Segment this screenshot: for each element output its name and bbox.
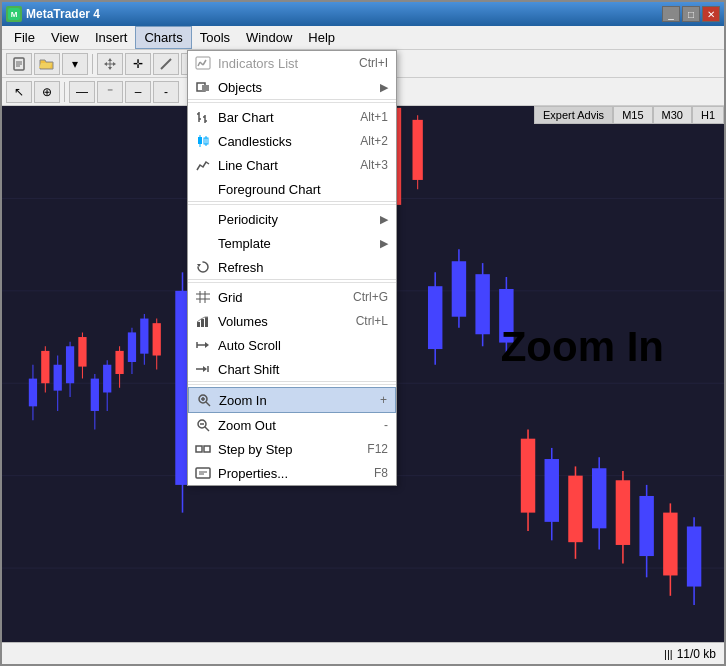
menu-bar: File View Insert Charts Tools Window Hel… xyxy=(2,26,724,50)
crosshair-btn[interactable]: ⊕ xyxy=(34,81,60,103)
indicators-shortcut: Ctrl+I xyxy=(359,56,388,70)
title-bar-left: M MetaTrader 4 xyxy=(6,6,100,22)
menu-item-refresh[interactable]: Refresh xyxy=(188,255,396,279)
svg-line-106 xyxy=(206,402,210,406)
menu-help[interactable]: Help xyxy=(300,26,343,49)
open-btn[interactable] xyxy=(34,53,60,75)
periodicity-label: Periodicity xyxy=(218,212,380,227)
menu-item-template[interactable]: Template ▶ xyxy=(188,231,396,255)
sep-2 xyxy=(188,204,396,205)
menu-insert[interactable]: Insert xyxy=(87,26,136,49)
svg-rect-114 xyxy=(196,468,210,478)
svg-rect-68 xyxy=(616,480,630,545)
svg-rect-56 xyxy=(475,274,489,334)
menu-item-zoom-in[interactable]: Zoom In + xyxy=(188,387,396,413)
svg-rect-98 xyxy=(205,317,208,327)
status-info: 11/0 kb xyxy=(677,647,716,661)
menu-section-4: Grid Ctrl+G Volumes Ctrl+L xyxy=(188,285,396,382)
zoom-in-shortcut: + xyxy=(380,393,387,407)
tab-expert-advisor[interactable]: Expert Advis xyxy=(534,106,613,124)
menu-item-volumes[interactable]: Volumes Ctrl+L xyxy=(188,309,396,333)
sep-2 xyxy=(64,82,65,102)
menu-section-3: Periodicity ▶ Template ▶ Refresh xyxy=(188,207,396,280)
line-chart-icon xyxy=(192,156,214,174)
menu-item-properties[interactable]: Properties... F8 xyxy=(188,461,396,485)
menu-item-step-by-step[interactable]: Step by Step F12 xyxy=(188,437,396,461)
menu-tools[interactable]: Tools xyxy=(192,26,238,49)
line-chart-shortcut: Alt+3 xyxy=(360,158,388,172)
new-btn[interactable] xyxy=(6,53,32,75)
svg-text:M: M xyxy=(11,10,18,19)
svg-rect-52 xyxy=(428,286,442,349)
cursor-btn[interactable]: ↖ xyxy=(6,81,32,103)
bar-chart-icon xyxy=(192,108,214,126)
menu-item-auto-scroll[interactable]: Auto Scroll xyxy=(188,333,396,357)
move-btn[interactable] xyxy=(97,53,123,75)
svg-rect-112 xyxy=(196,446,202,452)
zoom-out-icon xyxy=(192,416,214,434)
volumes-shortcut: Ctrl+L xyxy=(356,314,388,328)
title-bar: M MetaTrader 4 _ □ ✕ xyxy=(2,2,724,26)
properties-shortcut: F8 xyxy=(374,466,388,480)
menu-item-bar-chart[interactable]: Bar Chart Alt+1 xyxy=(188,105,396,129)
foreground-chart-label: Foreground Chart xyxy=(218,182,388,197)
window-title: MetaTrader 4 xyxy=(26,7,100,21)
svg-rect-18 xyxy=(54,365,62,391)
template-icon xyxy=(192,234,214,252)
bar-chart-label: Bar Chart xyxy=(218,110,352,125)
menu-item-candlesticks[interactable]: Candlesticks Alt+2 xyxy=(188,129,396,153)
menu-item-periodicity[interactable]: Periodicity ▶ xyxy=(188,207,396,231)
dash1-btn[interactable]: — xyxy=(69,81,95,103)
open-arrow-btn[interactable]: ▾ xyxy=(62,53,88,75)
tab-m15[interactable]: M15 xyxy=(613,106,652,124)
svg-rect-60 xyxy=(521,439,535,513)
properties-label: Properties... xyxy=(218,466,366,481)
close-button[interactable]: ✕ xyxy=(702,6,720,22)
auto-scroll-label: Auto Scroll xyxy=(218,338,388,353)
template-label: Template xyxy=(218,236,380,251)
periodicity-icon xyxy=(192,210,214,228)
status-bar: ||| 11/0 kb xyxy=(2,642,724,664)
step-icon xyxy=(192,440,214,458)
dash3-btn[interactable]: – xyxy=(125,81,151,103)
grid-label: Grid xyxy=(218,290,345,305)
svg-marker-100 xyxy=(205,342,209,348)
menu-window[interactable]: Window xyxy=(238,26,300,49)
menu-item-indicators[interactable]: Indicators List Ctrl+I xyxy=(188,51,396,75)
line-btn[interactable] xyxy=(153,53,179,75)
line-chart-label: Line Chart xyxy=(218,158,352,173)
tab-m30[interactable]: M30 xyxy=(653,106,692,124)
window-controls: _ □ ✕ xyxy=(662,6,720,22)
menu-item-objects[interactable]: Objects ▶ xyxy=(188,75,396,99)
tab-h1[interactable]: H1 xyxy=(692,106,724,124)
svg-rect-66 xyxy=(592,468,606,528)
menu-item-grid[interactable]: Grid Ctrl+G xyxy=(188,285,396,309)
zoom-in-text: Zoom In xyxy=(501,323,664,371)
menu-view[interactable]: View xyxy=(43,26,87,49)
charts-dropdown: Indicators List Ctrl+I Objects ▶ xyxy=(187,50,397,486)
menu-item-line-chart[interactable]: Line Chart Alt+3 xyxy=(188,153,396,177)
bar-chart-shortcut: Alt+1 xyxy=(360,110,388,124)
svg-rect-22 xyxy=(78,337,86,367)
svg-rect-88 xyxy=(198,137,202,144)
dash2-btn[interactable]: ⁻ xyxy=(97,81,123,103)
chart-shift-icon xyxy=(192,360,214,378)
menu-item-zoom-out[interactable]: Zoom Out - xyxy=(188,413,396,437)
indicators-label: Indicators List xyxy=(218,56,351,71)
svg-rect-64 xyxy=(568,476,582,543)
svg-marker-103 xyxy=(203,366,207,372)
menu-item-chart-shift[interactable]: Chart Shift xyxy=(188,357,396,381)
menu-item-foreground-chart[interactable]: Foreground Chart xyxy=(188,177,396,201)
svg-rect-97 xyxy=(201,319,204,327)
dash4-btn[interactable]: - xyxy=(153,81,179,103)
cross-btn[interactable]: ✛ xyxy=(125,53,151,75)
svg-rect-54 xyxy=(452,261,466,316)
menu-file[interactable]: File xyxy=(6,26,43,49)
minimize-button[interactable]: _ xyxy=(662,6,680,22)
maximize-button[interactable]: □ xyxy=(682,6,700,22)
indicators-icon xyxy=(192,54,214,72)
candlesticks-shortcut: Alt+2 xyxy=(360,134,388,148)
svg-line-78 xyxy=(203,60,206,65)
svg-line-110 xyxy=(205,427,209,431)
menu-charts[interactable]: Charts xyxy=(135,26,191,49)
